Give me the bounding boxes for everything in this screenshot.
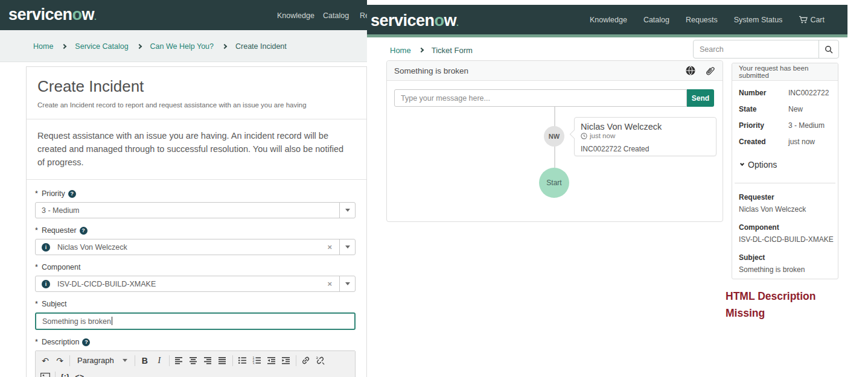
source-code-icon[interactable]: <> <box>72 370 87 377</box>
message-compose-row: Send <box>394 89 714 107</box>
row-value: 3 - Medium <box>775 121 825 130</box>
breadcrumb: Home Service Catalog Can We Help You? Cr… <box>33 30 287 62</box>
row-label: Created <box>739 138 775 146</box>
item-short-description: Create an Incident record to report and … <box>37 101 356 109</box>
message-input[interactable] <box>394 89 687 107</box>
logo-o-accent: o <box>435 11 444 30</box>
cart-icon <box>799 16 808 24</box>
insert-image-icon[interactable] <box>38 370 53 377</box>
row-value: INC0022722 <box>775 89 829 97</box>
priority-dropdown-toggle[interactable] <box>339 203 355 218</box>
nav-cart[interactable]: Cart <box>799 16 825 24</box>
paragraph-format-value: Paragraph <box>77 356 114 365</box>
required-mark: * <box>35 189 38 198</box>
text-cursor <box>112 317 112 325</box>
help-icon[interactable]: ? <box>82 338 90 346</box>
nav-knowledge[interactable]: Knowledge <box>277 11 314 20</box>
requester-dropdown-toggle[interactable] <box>339 239 355 255</box>
nav-catalog[interactable]: Catalog <box>323 11 349 20</box>
component-label-row: * Component <box>35 263 358 271</box>
breadcrumb-can-we-help-you[interactable]: Can We Help You? <box>150 42 214 51</box>
component-dropdown-toggle[interactable] <box>339 276 355 291</box>
request-summary-panel: Your request has been submitted NumberIN… <box>732 63 838 279</box>
nav-system-status[interactable]: System Status <box>734 16 783 24</box>
nav-catalog[interactable]: Catalog <box>643 16 669 24</box>
attachment-paperclip-icon[interactable] <box>705 65 715 76</box>
servicenow-logo: servicenow. <box>8 5 97 24</box>
chevron-right-icon <box>222 43 227 48</box>
search-button[interactable] <box>819 40 838 58</box>
caret-down-icon <box>345 209 350 212</box>
component-reference-field[interactable]: i ISV-DL-CICD-BUILD-XMAKE × <box>35 276 356 292</box>
nav-requests[interactable]: Requests <box>686 16 718 24</box>
nav-knowledge[interactable]: Knowledge <box>590 16 627 24</box>
summary-row-priority: Priority3 - Medium <box>739 121 831 130</box>
nav-requests-truncated[interactable]: Re <box>360 11 367 20</box>
insert-template-icon[interactable]: {;} <box>58 370 72 377</box>
search-icon <box>825 45 833 54</box>
chevron-right-icon <box>136 43 141 48</box>
send-button[interactable]: Send <box>687 89 714 107</box>
align-right-icon[interactable] <box>201 353 215 368</box>
row-label: State <box>739 105 775 113</box>
options-toggle[interactable]: Options <box>732 154 838 169</box>
align-center-icon[interactable] <box>187 353 201 368</box>
activity-text: INC0022722 Created <box>581 145 710 153</box>
detail-value: Niclas Von Welczeck <box>739 205 831 214</box>
breadcrumb-bar: Home Service Catalog Can We Help You? Cr… <box>0 30 367 62</box>
row-label: Number <box>739 89 775 97</box>
remove-link-icon[interactable] <box>313 353 328 368</box>
help-icon[interactable]: ? <box>80 227 88 235</box>
indent-icon[interactable] <box>279 353 293 368</box>
align-justify-icon[interactable] <box>215 353 230 368</box>
numbered-list-icon[interactable]: 123 <box>250 353 264 368</box>
row-value: New <box>775 105 803 113</box>
logo-o-accent: o <box>72 5 82 24</box>
ticket-conversation-panel: Something is broken Send NW Niclas Von W… <box>386 60 723 222</box>
subject-input[interactable]: Something is broken <box>35 312 356 330</box>
visibility-globe-icon[interactable] <box>685 65 696 76</box>
detail-label: Subject <box>739 253 831 262</box>
info-icon[interactable]: i <box>42 243 50 252</box>
breadcrumb-home[interactable]: Home <box>33 42 53 51</box>
logo-text: servicen <box>371 11 435 30</box>
toolbar-separator <box>135 355 135 366</box>
catalog-item-card: Create Incident Create an Incident recor… <box>26 66 367 377</box>
logo-text-end: w <box>444 11 457 30</box>
required-mark: * <box>35 338 38 346</box>
description-label: Description <box>42 338 80 346</box>
required-mark: * <box>35 300 38 308</box>
align-left-icon[interactable] <box>172 353 187 368</box>
requester-reference-field[interactable]: i Niclas Von Welczeck × <box>35 239 356 255</box>
item-title-section: Create Incident Create an Incident recor… <box>27 67 366 119</box>
italic-icon[interactable]: I <box>152 353 167 368</box>
info-icon[interactable]: i <box>42 280 50 288</box>
priority-label-row: * Priority ? <box>35 189 358 198</box>
breadcrumb-home[interactable]: Home <box>390 46 411 55</box>
detail-label: Component <box>739 223 831 232</box>
row-label: Priority <box>739 121 775 130</box>
priority-label: Priority <box>42 189 65 198</box>
logo-text-end: w <box>82 5 95 24</box>
toolbar-row-1: ↶ ↷ Paragraph B I 123 <box>38 352 353 369</box>
priority-select[interactable]: 3 - Medium <box>35 202 356 218</box>
search-input[interactable] <box>694 40 819 58</box>
insert-link-icon[interactable] <box>299 353 313 368</box>
bold-icon[interactable]: B <box>138 353 152 368</box>
clear-icon[interactable]: × <box>320 279 339 288</box>
clear-icon[interactable]: × <box>320 242 339 252</box>
outdent-icon[interactable] <box>264 353 279 368</box>
bullet-list-icon[interactable] <box>235 353 250 368</box>
undo-icon[interactable]: ↶ <box>38 353 53 368</box>
redo-icon[interactable]: ↷ <box>53 353 67 368</box>
detail-subject: SubjectSomething is broken <box>732 244 838 274</box>
help-icon[interactable]: ? <box>68 190 76 198</box>
paragraph-format-dropdown[interactable]: Paragraph <box>72 356 132 365</box>
form-fields: * Priority ? 3 - Medium * Requester ? i … <box>27 180 366 377</box>
clock-icon <box>581 133 587 139</box>
component-value: ISV-DL-CICD-BUILD-XMAKE <box>57 280 320 288</box>
svg-text:3: 3 <box>253 362 255 365</box>
subject-value: Something is broken <box>36 317 354 326</box>
breadcrumb-service-catalog[interactable]: Service Catalog <box>75 42 128 51</box>
activity-time-row: just now <box>581 132 710 139</box>
